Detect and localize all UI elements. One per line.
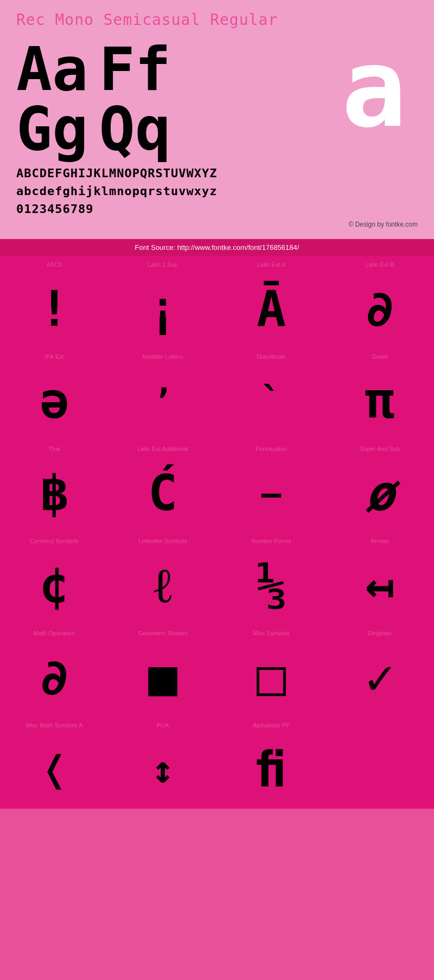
- large-chars-display: Aa Ff Gg Qq a: [16, 40, 418, 159]
- glyph-ascii: !: [40, 273, 69, 345]
- label-punctuation: Punctuation: [256, 446, 287, 454]
- glyph-dingbats: ✓: [365, 641, 394, 714]
- char-Aa: Aa: [16, 40, 88, 99]
- glyph-modletters: ʼ: [153, 365, 173, 437]
- char-cell-punctuation: Punctuation —: [217, 440, 326, 532]
- label-latin1sup: Latin 1 Sup: [148, 261, 178, 270]
- char-row-2: Gg Qq: [16, 99, 171, 159]
- label-latinexta: Latin Ext A: [257, 261, 286, 270]
- label-alphabeticpf: Alphabetic PF: [253, 722, 290, 731]
- alphabet-lower: abcdefghijklmnopqrstuvwxyz: [16, 182, 418, 200]
- glyph-latin1sup: ¡: [148, 273, 177, 345]
- glyph-diacriticals: `: [260, 365, 283, 437]
- char-cell-greek: Greek π: [326, 348, 434, 440]
- glyph-greek: π: [365, 365, 394, 437]
- char-cell-modletters: Modifier Letters ʼ: [108, 348, 217, 440]
- char-cell-latin1sup: Latin 1 Sup ¡: [108, 256, 217, 348]
- char-row-1: Aa Ff: [16, 40, 171, 99]
- char-cell-pua: PUA ↕: [108, 717, 217, 809]
- glyph-mathops: ∂: [40, 641, 69, 714]
- glyph-pua: ↕: [151, 733, 174, 806]
- char-cell-letterlike: Letterlike Symbols ℓ: [108, 532, 217, 624]
- glyph-thai: ฿: [40, 457, 69, 530]
- label-pua: PUA: [157, 722, 169, 731]
- char-cell-mathops: Math Operators ∂: [0, 624, 108, 717]
- label-letterlike: Letterlike Symbols: [138, 538, 187, 546]
- label-modletters: Modifier Letters: [142, 353, 183, 362]
- char-cell-superandsub: Super And Sub ø: [326, 440, 434, 532]
- glyph-geoshapes: ■: [148, 641, 177, 714]
- char-cell-geoshapes: Geometric Shapes ■: [108, 624, 217, 717]
- label-dingbats: Dingbats: [368, 630, 391, 639]
- char-cell-empty: [326, 717, 434, 809]
- label-greek: Greek: [372, 353, 388, 362]
- label-miscmatha: Misc Math Symbols A: [25, 722, 82, 731]
- glyph-alphabeticpf: ﬁ: [257, 733, 286, 806]
- char-cell-arrows: Arrows ↤: [326, 532, 434, 624]
- glyph-latinexta: Ā: [257, 273, 286, 345]
- char-cell-diacriticals: Diacriticals `: [217, 348, 326, 440]
- char-cell-currency: Currency Symbols ¢: [0, 532, 108, 624]
- label-geoshapes: Geometric Shapes: [138, 630, 187, 639]
- char-cell-ipaext: IPA Ext ə: [0, 348, 108, 440]
- char-watermark: a: [342, 34, 407, 143]
- char-Gg: Gg: [16, 99, 88, 159]
- char-Ff: Ff: [99, 40, 170, 99]
- dark-section: Font Source: http://www.fontke.com/font/…: [0, 239, 434, 809]
- label-superandsub: Super And Sub: [360, 446, 400, 454]
- char-cell-dingbats: Dingbats ✓: [326, 624, 434, 717]
- char-cell-latinextadd: Latin Ext Additional Ć: [108, 440, 217, 532]
- label-ascii: ASCII: [47, 261, 62, 270]
- label-numberforms: Number Forms: [251, 538, 291, 546]
- font-source: Font Source: http://www.fontke.com/font/…: [0, 239, 434, 256]
- label-currency: Currency Symbols: [30, 538, 79, 546]
- copyright: © Design by fontke.com: [16, 221, 418, 228]
- char-cell-latinextb: Latin Ext B ∂: [326, 256, 434, 348]
- alphabet-upper: ABCDEFGHIJKLMNOPQRSTUVWXYZ: [16, 164, 418, 182]
- glyph-latinextadd: Ć: [148, 457, 177, 530]
- char-cell-miscmatha: Misc Math Symbols A ❬: [0, 717, 108, 809]
- glyph-superandsub: ø: [365, 457, 394, 530]
- glyph-punctuation: —: [261, 457, 281, 530]
- glyph-numberforms: ⅓: [257, 549, 286, 622]
- glyph-latinextb: ∂: [365, 273, 394, 345]
- character-grid: ASCII ! Latin 1 Sup ¡ Latin Ext A Ā Lati…: [0, 256, 434, 809]
- label-latinextadd: Latin Ext Additional: [137, 446, 188, 454]
- label-arrows: Arrows: [371, 538, 389, 546]
- header-section: Rec Mono Semicasual Regular Aa Ff Gg Qq …: [0, 0, 434, 239]
- char-group-left: Aa Ff Gg Qq: [16, 40, 171, 159]
- label-ipaext: IPA Ext: [44, 353, 63, 362]
- char-cell-miscsymbols: Misc Symbols □: [217, 624, 326, 717]
- glyph-letterlike: ℓ: [154, 549, 172, 622]
- glyph-miscmatha: ❬: [40, 733, 69, 806]
- glyph-currency: ¢: [40, 549, 69, 622]
- label-latinextb: Latin Ext B: [365, 261, 394, 270]
- char-Qq: Qq: [99, 99, 170, 159]
- digits: 0123456789: [16, 200, 418, 218]
- alphabet-section: ABCDEFGHIJKLMNOPQRSTUVWXYZ abcdefghijklm…: [16, 164, 418, 234]
- label-thai: Thai: [48, 446, 60, 454]
- char-cell-thai: Thai ฿: [0, 440, 108, 532]
- label-diacriticals: Diacriticals: [257, 353, 285, 362]
- glyph-ipaext: ə: [40, 365, 69, 437]
- label-miscsymbols: Misc Symbols: [253, 630, 290, 639]
- glyph-miscsymbols: □: [257, 641, 286, 714]
- char-cell-ascii: ASCII !: [0, 256, 108, 348]
- label-mathops: Math Operators: [34, 630, 75, 639]
- char-cell-numberforms: Number Forms ⅓: [217, 532, 326, 624]
- char-cell-latinexta: Latin Ext A Ā: [217, 256, 326, 348]
- char-cell-alphabeticpf: Alphabetic PF ﬁ: [217, 717, 326, 809]
- glyph-arrows: ↤: [365, 549, 394, 622]
